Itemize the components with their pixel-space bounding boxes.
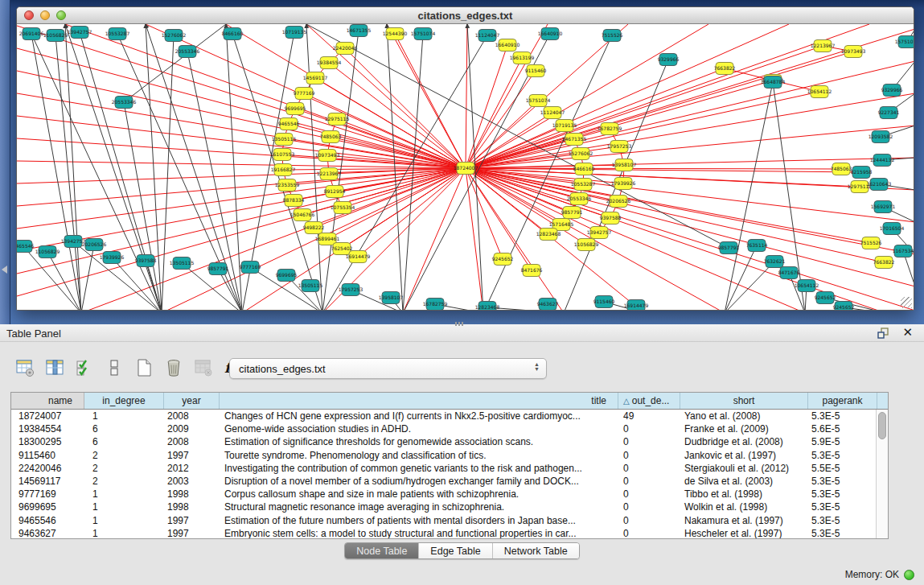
new-file-icon[interactable] — [132, 356, 156, 380]
table-cell[interactable]: Franke et al. (2009) — [680, 422, 808, 435]
graph-node[interactable]: 9329966 — [881, 84, 903, 97]
graph-node[interactable]: 8878334 — [283, 195, 305, 207]
table-cell[interactable]: 9463627 — [11, 527, 84, 539]
graph-node[interactable]: 16210643 — [867, 179, 892, 191]
graph-node[interactable]: 16640910 — [538, 28, 563, 40]
graph-node[interactable]: 7485063 — [320, 131, 342, 143]
table-cell[interactable]: 2008 — [164, 435, 220, 448]
graph-node[interactable]: 13958107 — [612, 159, 637, 171]
graph-node[interactable]: 9498222 — [303, 222, 325, 234]
delete-icon[interactable] — [162, 356, 186, 380]
graph-node[interactable]: 11056829 — [574, 239, 599, 251]
panel-divider-grip[interactable] — [455, 322, 463, 326]
graph-node[interactable]: 9465546 — [278, 118, 300, 130]
graph-node[interactable]: 17957253 — [339, 284, 363, 296]
graph-node[interactable]: 8912954 — [324, 186, 346, 198]
graph-node[interactable]: 13958107 — [379, 292, 404, 304]
graph-node[interactable]: 17016504 — [880, 223, 905, 235]
graph-node[interactable]: 13942757 — [68, 27, 92, 39]
graph-node[interactable]: 10553287 — [105, 28, 130, 40]
table-cell[interactable]: 18724007 — [11, 410, 84, 422]
table-cell[interactable]: 0 — [618, 462, 680, 475]
graph-node[interactable]: 7635114 — [746, 240, 768, 252]
graph-node[interactable]: 17939926 — [100, 252, 125, 264]
table-row[interactable]: 946362711997Embryonic stem cells: a mode… — [11, 527, 888, 539]
table-cell[interactable]: 1 — [84, 488, 164, 501]
graph-node[interactable]: 8471676 — [778, 267, 800, 279]
graph-node[interactable]: 8466160 — [573, 163, 595, 175]
tab-edge-table[interactable]: Edge Table — [418, 543, 491, 558]
table-cell[interactable]: 9699695 — [11, 501, 84, 513]
table-cell[interactable]: 2012 — [164, 462, 220, 475]
table-cell[interactable]: 5.3E-5 — [808, 410, 877, 422]
table-cell[interactable]: 1997 — [164, 527, 220, 539]
table-cell[interactable]: 5.3E-5 — [808, 488, 877, 501]
column-header-title[interactable]: title — [220, 393, 618, 409]
graph-node[interactable]: 7515526 — [602, 30, 623, 42]
graph-node[interactable]: 11056829 — [35, 246, 60, 258]
column-header-out_de[interactable]: △out_de... — [618, 393, 680, 409]
graph-node[interactable]: 9397588 — [135, 255, 157, 267]
table-scrollbar[interactable] — [876, 410, 888, 538]
table-cell[interactable]: 0 — [618, 501, 680, 513]
table-cell[interactable]: 18300295 — [11, 435, 84, 448]
graph-node[interactable]: 16914479 — [624, 300, 649, 311]
graph-node[interactable]: 19613199 — [510, 52, 535, 64]
graph-node[interactable]: 11056829 — [43, 30, 68, 42]
graph-node[interactable]: 9777169 — [240, 262, 261, 274]
table-row[interactable]: 2242004622012Investigating the contribut… — [11, 462, 888, 475]
graph-node[interactable]: 20691406 — [19, 28, 44, 40]
graph-node[interactable]: 9245652 — [833, 302, 855, 311]
tab-network-table[interactable]: Network Table — [492, 543, 579, 558]
graph-node[interactable]: 19384554 — [317, 57, 342, 69]
graph-node[interactable]: 9699695 — [276, 270, 298, 282]
graph-node[interactable]: 11124047 — [540, 107, 565, 119]
table-cell[interactable]: 5.5E-5 — [808, 462, 877, 475]
table-cell[interactable]: 14569117 — [11, 475, 84, 488]
graph-node[interactable]: 10973493 — [315, 150, 340, 162]
graph-node[interactable]: 12544390 — [383, 28, 408, 40]
table-cell[interactable]: Corpus callosum shape and size in male p… — [220, 488, 618, 501]
show-columns-icon[interactable] — [43, 356, 67, 380]
table-cell[interactable]: 5.3E-5 — [808, 527, 877, 539]
graph-node[interactable]: 20553346 — [175, 46, 200, 58]
table-cell[interactable]: 0 — [618, 514, 680, 527]
graph-node[interactable]: 16640910 — [495, 39, 520, 51]
table-mode-icon[interactable] — [13, 356, 37, 380]
table-scrollbar-thumb[interactable] — [878, 412, 886, 439]
table-cell[interactable]: 1997 — [164, 514, 220, 527]
table-cell[interactable]: Nakamura et al. (1997) — [680, 514, 808, 527]
table-cell[interactable]: Investigating the contribution of common… — [220, 462, 618, 475]
graph-node[interactable]: 16914479 — [346, 251, 371, 263]
table-cell[interactable]: 0 — [618, 435, 680, 448]
graph-node[interactable]: 22420046 — [333, 43, 358, 55]
graph-node[interactable]: 9857791 — [718, 242, 740, 254]
graph-node[interactable]: 9245652 — [815, 292, 836, 304]
graph-node[interactable]: 9857791 — [561, 207, 583, 219]
graph-node[interactable]: 9777169 — [294, 88, 315, 100]
graph-node[interactable]: 10553287 — [571, 179, 596, 191]
graph-node[interactable]: 9115460 — [593, 296, 615, 308]
table-cell[interactable]: Changes of HCN gene expression and I(f) … — [220, 410, 618, 422]
table-cell[interactable]: 6 — [84, 435, 164, 448]
graph-node[interactable]: 13942757 — [587, 227, 612, 239]
table-cell[interactable]: 5.3E-5 — [808, 475, 877, 488]
graph-node[interactable]: 19166827 — [271, 164, 296, 176]
table-cell[interactable]: Estimation of the future numbers of pati… — [220, 514, 618, 527]
table-cell[interactable]: Genome-wide association studies in ADHD. — [220, 422, 618, 435]
graph-node[interactable]: 15276062 — [569, 148, 593, 160]
graph-node[interactable]: 16648784 — [761, 76, 786, 89]
table-cell[interactable]: 9777169 — [11, 488, 84, 501]
graph-node[interactable]: 12823468 — [475, 302, 500, 311]
table-cell[interactable]: 0 — [618, 527, 680, 539]
graph-node[interactable]: 17957253 — [607, 141, 632, 153]
graph-node[interactable]: 12093582 — [869, 131, 893, 143]
graph-node[interactable]: 9463627 — [537, 299, 559, 311]
table-cell[interactable]: 22420046 — [11, 462, 84, 475]
graph-node[interactable]: 9397588 — [600, 212, 622, 225]
table-row[interactable]: 911546021997Tourette syndrome. Phenomeno… — [11, 449, 888, 462]
graph-node[interactable]: 20553346 — [567, 193, 592, 205]
table-row[interactable]: 1872400712008Changes of HCN gene express… — [11, 410, 888, 422]
graph-node[interactable]: 20206526 — [606, 196, 631, 208]
graph-node[interactable]: 15046766 — [290, 209, 315, 221]
